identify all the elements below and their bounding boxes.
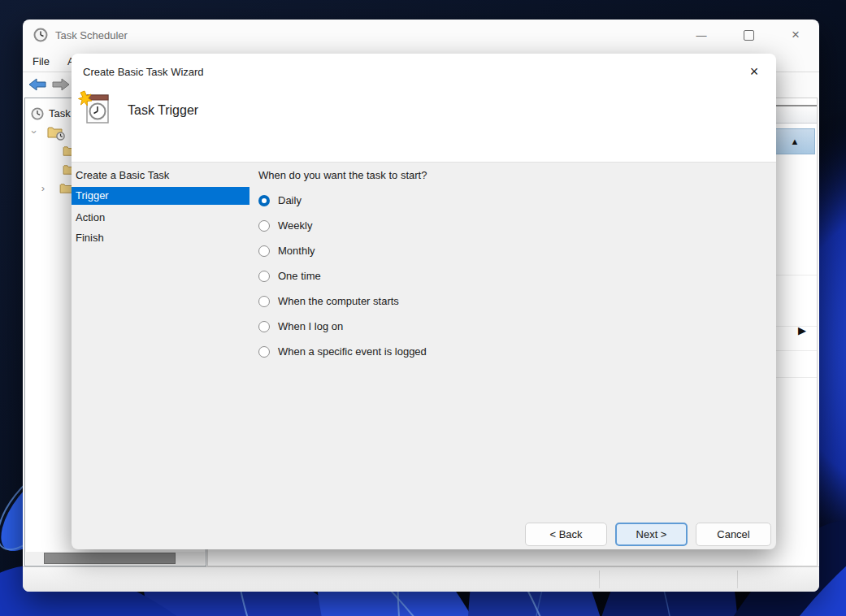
step-action: Action bbox=[72, 207, 249, 228]
step-create-a-basic-task: Create a Basic Task bbox=[72, 165, 249, 185]
task-scheduler-app-icon bbox=[33, 28, 48, 42]
wizard-title: Create Basic Task Wizard bbox=[83, 66, 204, 78]
wizard-steps-sidebar: Create a Basic Task Trigger Action Finis… bbox=[72, 163, 249, 248]
minimize-button[interactable]: — bbox=[678, 20, 725, 50]
horizontal-scrollbar[interactable] bbox=[26, 552, 205, 565]
next-button[interactable]: Next > bbox=[615, 523, 688, 546]
radio-when-computer-starts[interactable] bbox=[258, 296, 270, 307]
scroll-up-button[interactable]: ▲ bbox=[774, 128, 815, 154]
submenu-expand-icon[interactable]: ▶ bbox=[798, 324, 806, 336]
chevron-expanded-icon[interactable]: › bbox=[28, 128, 41, 137]
radio-when-i-log-on[interactable] bbox=[258, 321, 270, 332]
radio-daily[interactable] bbox=[258, 195, 270, 206]
tree-item-label: Task bbox=[49, 107, 71, 119]
window-title: Task Scheduler bbox=[55, 29, 128, 41]
back-arrow-icon[interactable] bbox=[28, 78, 46, 91]
option-label: Weekly bbox=[278, 219, 312, 232]
radio-monthly[interactable] bbox=[258, 245, 270, 257]
cancel-button[interactable]: Cancel bbox=[696, 523, 771, 546]
option-label: When the computer starts bbox=[278, 295, 399, 307]
wizard-titlebar: Create Basic Task Wizard × bbox=[72, 54, 776, 89]
wizard-page-title: Task Trigger bbox=[128, 103, 198, 118]
trigger-question-label: When do you want the task to start? bbox=[258, 169, 766, 181]
menu-file[interactable]: File bbox=[33, 55, 50, 67]
wizard-header: Task Trigger bbox=[72, 89, 776, 163]
wizard-close-icon[interactable]: × bbox=[744, 63, 765, 80]
clock-icon bbox=[31, 107, 44, 120]
step-finish: Finish bbox=[72, 228, 249, 248]
option-daily[interactable]: Daily bbox=[258, 188, 766, 213]
task-calendar-clock-new-icon bbox=[78, 89, 112, 127]
wizard-body: Create a Basic Task Trigger Action Finis… bbox=[72, 163, 776, 549]
step-trigger: Trigger bbox=[72, 187, 249, 205]
radio-specific-event-logged[interactable] bbox=[258, 346, 270, 358]
option-when-computer-starts[interactable]: When the computer starts bbox=[258, 288, 766, 314]
forward-arrow-icon[interactable] bbox=[52, 78, 70, 91]
maximize-button[interactable] bbox=[725, 20, 772, 50]
maximize-icon bbox=[744, 30, 754, 41]
wizard-content: When do you want the task to start? Dail… bbox=[258, 163, 766, 364]
close-icon: × bbox=[792, 27, 800, 43]
titlebar: Task Scheduler — × bbox=[23, 20, 819, 50]
chevron-collapsed-icon[interactable]: › bbox=[38, 182, 48, 194]
option-label: Monthly bbox=[278, 245, 315, 257]
wizard-footer: < Back Next > Cancel bbox=[525, 523, 771, 546]
statusbar bbox=[23, 566, 819, 592]
status-separator bbox=[599, 570, 600, 588]
trigger-options: Daily Weekly Monthly One time bbox=[258, 188, 766, 364]
option-one-time[interactable]: One time bbox=[258, 263, 766, 288]
create-basic-task-wizard-dialog: Create Basic Task Wizard × Task Trigger … bbox=[72, 54, 776, 549]
option-weekly[interactable]: Weekly bbox=[258, 213, 766, 238]
option-specific-event-logged[interactable]: When a specific event is logged bbox=[258, 339, 766, 364]
option-label: When I log on bbox=[278, 320, 343, 332]
close-button[interactable]: × bbox=[772, 20, 819, 50]
option-label: Daily bbox=[278, 194, 302, 206]
scroll-up-icon: ▲ bbox=[791, 137, 800, 146]
scrollbar-thumb[interactable] bbox=[44, 553, 176, 564]
option-label: When a specific event is logged bbox=[278, 345, 427, 358]
radio-weekly[interactable] bbox=[258, 220, 270, 232]
option-when-i-log-on[interactable]: When I log on bbox=[258, 314, 766, 339]
minimize-icon: — bbox=[696, 29, 707, 41]
folder-clock-icon bbox=[47, 126, 63, 139]
option-label: One time bbox=[278, 270, 321, 282]
radio-one-time[interactable] bbox=[258, 271, 270, 282]
back-button[interactable]: < Back bbox=[525, 523, 607, 546]
status-separator bbox=[737, 570, 738, 588]
option-monthly[interactable]: Monthly bbox=[258, 238, 766, 263]
desktop: Task Scheduler — × File Action bbox=[0, 0, 846, 616]
